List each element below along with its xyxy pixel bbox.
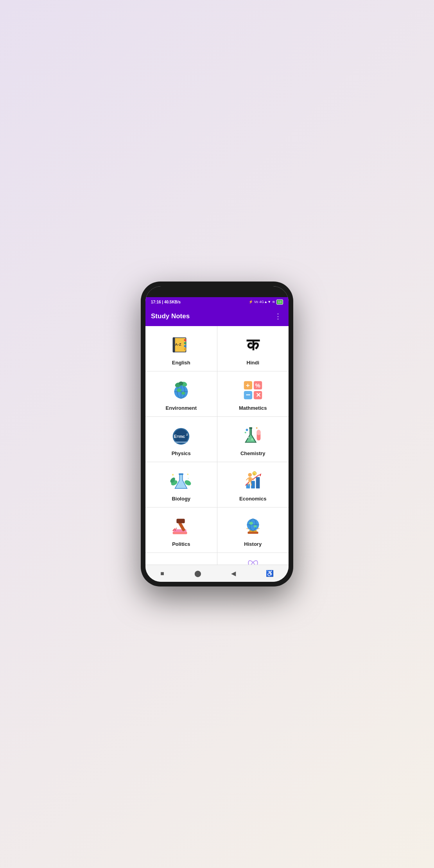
svg-marker-52 [259,473,261,477]
svg-point-36 [251,438,253,441]
nav-back-button[interactable]: ◀ [227,568,240,579]
svg-point-13 [181,392,185,395]
nav-home-button[interactable]: ⬤ [190,568,205,579]
svg-text:✦: ✦ [171,473,174,477]
mathematics-label: Mathmetics [239,405,267,411]
svg-text:✕: ✕ [256,391,261,398]
svg-text:A-Z: A-Z [175,342,181,346]
svg-rect-61 [173,532,187,534]
status-bar: 17:16 | 40.5KB/s ⚡ Vo 4G▲▼ ≋ 13 [145,297,289,307]
svg-rect-64 [177,519,185,524]
biology-label: Biology [172,496,190,502]
svg-point-35 [247,437,249,438]
biology-icon: ✦ ✦ • [169,469,193,493]
wifi-icon: ≋ [272,300,275,304]
network-icon: Vo [254,300,258,304]
economics-icon: $ [241,469,265,493]
mathematics-icon: + % – ✕ [241,378,265,402]
subjects-grid: A-Z English [145,326,289,565]
svg-rect-42 [179,473,183,475]
chemistry-icon [241,424,265,447]
status-icons: ⚡ Vo 4G▲▼ ≋ 13 [249,299,283,305]
history-label: History [244,541,262,547]
hindi-label: Hindi [247,360,260,366]
svg-rect-29 [175,441,187,443]
svg-text:2: 2 [187,433,188,436]
more-menu-button[interactable]: ⋮ [273,310,283,322]
english-label: English [172,360,190,366]
svg-point-12 [177,388,182,392]
svg-rect-32 [249,427,252,429]
geography-icon [169,556,193,565]
economics-label: Economics [239,496,266,502]
bluetooth-icon: ⚡ [249,300,253,304]
svg-rect-51 [256,477,260,488]
subject-item-biology[interactable]: ✦ ✦ • Biology [145,462,217,507]
physics-label: Physics [172,450,191,456]
phone-notch [145,286,289,297]
battery-indicator: 13 [276,299,283,305]
subject-item-mathematics[interactable]: + % – ✕ Mathmetics [217,371,289,416]
civics-icon [241,556,265,565]
svg-rect-4 [184,342,187,344]
status-time: 17:16 | 40.5KB/s [151,300,181,304]
subject-item-environment[interactable]: Environment [145,371,217,416]
svg-text:+: + [246,381,249,389]
politics-label: Politics [172,541,190,547]
svg-text:•: • [188,477,189,479]
svg-point-37 [244,432,246,433]
hindi-icon: क [241,333,265,357]
svg-point-38 [246,429,248,431]
environment-icon [169,378,193,402]
subject-item-geography[interactable] [145,553,217,565]
environment-label: Environment [166,405,197,411]
content-area: A-Z English [145,326,289,565]
svg-text:$: $ [253,473,255,476]
svg-text:E=mc: E=mc [174,434,185,439]
svg-point-39 [256,427,257,429]
svg-text:–: – [246,390,250,399]
english-icon: A-Z [169,333,193,357]
history-icon [241,515,265,538]
svg-rect-6 [184,348,187,350]
phone-device: 17:16 | 40.5KB/s ⚡ Vo 4G▲▼ ≋ 13 Study No… [141,282,293,586]
subject-item-physics[interactable]: E=mc 2 Physics [145,417,217,462]
subject-item-politics[interactable]: Politics [145,508,217,552]
svg-line-55 [246,478,248,480]
svg-text:✦: ✦ [187,473,189,476]
svg-rect-5 [184,345,187,347]
subject-item-english[interactable]: A-Z English [145,326,217,371]
svg-rect-7 [173,337,175,353]
nav-stop-button[interactable]: ■ [156,569,168,579]
svg-point-73 [249,522,253,525]
svg-rect-3 [184,339,187,341]
physics-icon: E=mc 2 [169,424,193,447]
bottom-navigation: ■ ⬤ ◀ ♿ [145,565,289,582]
svg-rect-54 [248,477,251,482]
svg-text:%: % [255,382,260,389]
subject-item-history[interactable]: History [217,508,289,552]
subject-item-hindi[interactable]: क Hindi [217,326,289,371]
subject-item-economics[interactable]: $ Economics [217,462,289,507]
signal-icon: 4G▲▼ [259,300,271,304]
app-title: Study Notes [151,312,190,320]
svg-point-53 [248,473,252,477]
subject-item-civics[interactable] [217,553,289,565]
politics-icon [169,515,193,538]
phone-screen: 17:16 | 40.5KB/s ⚡ Vo 4G▲▼ ≋ 13 Study No… [145,286,289,582]
nav-accessibility-button[interactable]: ♿ [262,568,278,579]
app-bar: Study Notes ⋮ [145,307,289,326]
svg-rect-34 [256,430,260,436]
svg-point-74 [254,525,257,527]
subject-item-chemistry[interactable]: Chemistry [217,417,289,462]
chemistry-label: Chemistry [240,450,265,456]
svg-point-16 [179,382,183,386]
